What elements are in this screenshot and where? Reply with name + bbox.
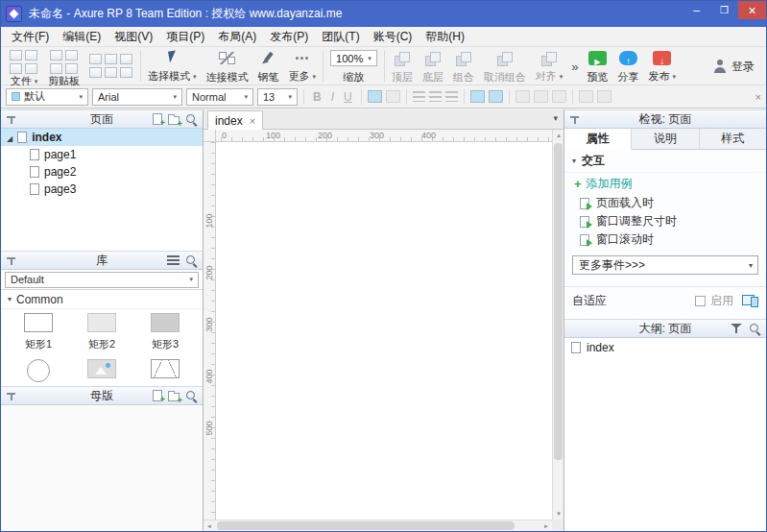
page-tree-item-page1[interactable]: page1 — [1, 146, 203, 163]
login-button[interactable]: 登录 — [713, 49, 762, 84]
arrow-style-icon[interactable] — [552, 90, 566, 103]
scroll-left-icon[interactable]: ◂ — [204, 520, 215, 532]
pin-icon[interactable] — [6, 114, 16, 125]
underline-button[interactable]: U — [341, 90, 355, 104]
add-master-icon[interactable] — [153, 390, 162, 401]
copy-icon[interactable] — [50, 63, 62, 74]
bring-to-front-button[interactable]: 顶层 — [387, 49, 418, 84]
outline-item-index[interactable]: index — [564, 338, 766, 356]
font-family-dropdown[interactable]: Arial — [92, 88, 182, 106]
horizontal-scrollbar[interactable]: ◂ ▸ — [204, 520, 552, 531]
menu-file[interactable]: 文件(F) — [5, 27, 56, 47]
page-tree-item-page3[interactable]: page3 — [1, 181, 203, 198]
scroll-right-icon[interactable]: ▸ — [540, 520, 552, 532]
pin-icon[interactable] — [6, 391, 16, 401]
widget-style-dropdown[interactable]: 默认 — [6, 88, 88, 106]
group-button[interactable]: 组合 — [448, 49, 479, 84]
search-icon[interactable] — [749, 323, 761, 335]
connect-mode-button[interactable]: 连接模式 — [202, 49, 253, 84]
design-canvas[interactable] — [216, 142, 552, 520]
print-icon[interactable] — [25, 63, 37, 74]
vertical-scrollbar[interactable]: ▴ ▾ — [552, 130, 563, 520]
widget-rectangle1[interactable]: 矩形1 — [7, 313, 70, 351]
line-width-icon[interactable] — [515, 90, 530, 103]
horizontal-scroll-thumb[interactable] — [217, 521, 515, 530]
widget-rectangle3[interactable]: 矩形3 — [133, 313, 197, 351]
search-icon[interactable] — [185, 390, 198, 402]
tab-style[interactable]: 样式 — [700, 129, 766, 149]
pin-icon[interactable] — [569, 114, 580, 125]
expand-arrow-icon[interactable] — [7, 131, 12, 144]
align-center-icon[interactable] — [429, 91, 442, 102]
library-dropdown[interactable]: Default — [5, 272, 199, 288]
menu-view[interactable]: 视图(V) — [108, 27, 159, 47]
file-group-label[interactable]: 文件 — [11, 75, 38, 87]
page-tree-item-page2[interactable]: page2 — [1, 163, 203, 181]
maximize-button[interactable] — [710, 1, 738, 19]
italic-button[interactable]: I — [328, 90, 337, 104]
ungroup-button[interactable]: 取消组合 — [479, 49, 531, 84]
align-button[interactable]: 对齐 — [531, 49, 568, 84]
tab-close-icon[interactable] — [250, 114, 255, 128]
tab-notes[interactable]: 说明 — [632, 129, 699, 149]
adaptive-devices-icon[interactable] — [742, 295, 758, 307]
border-visibility-icon[interactable] — [579, 90, 593, 103]
add-folder-icon[interactable] — [168, 116, 180, 125]
search-icon[interactable] — [185, 254, 198, 267]
font-weight-dropdown[interactable]: Normal — [186, 88, 253, 106]
tab-list-chevron-icon[interactable] — [553, 113, 558, 123]
guides-icon[interactable] — [120, 67, 132, 78]
adaptive-enable-checkbox[interactable] — [695, 296, 706, 306]
open-file-icon[interactable] — [25, 50, 37, 60]
library-menu-icon[interactable] — [167, 255, 180, 266]
send-to-back-button[interactable]: 底层 — [418, 49, 448, 84]
undo-icon[interactable] — [89, 54, 102, 64]
fill-color-swatch[interactable] — [470, 90, 485, 103]
more-tools-button[interactable]: 更多 — [284, 49, 322, 84]
canvas-tab-index[interactable]: index — [207, 110, 263, 130]
share-button[interactable]: 分享 — [612, 49, 643, 84]
new-file-icon[interactable] — [10, 50, 22, 60]
filter-icon[interactable] — [731, 323, 743, 334]
close-button[interactable] — [738, 1, 766, 19]
zoom-dropdown[interactable]: 100% — [330, 50, 377, 66]
bold-button[interactable]: B — [310, 90, 324, 104]
select-mode-button[interactable]: 选择模式 — [143, 49, 202, 84]
page-tree-item-index[interactable]: index — [1, 129, 203, 146]
menu-team[interactable]: 团队(T) — [315, 27, 366, 47]
vertical-scroll-thumb[interactable] — [554, 143, 563, 460]
menu-edit[interactable]: 编辑(E) — [56, 27, 108, 47]
align-left-icon[interactable] — [413, 91, 425, 102]
add-page-icon[interactable] — [153, 113, 162, 125]
menu-help[interactable]: 帮助(H) — [419, 27, 471, 47]
library-section-common[interactable]: Common — [1, 290, 203, 309]
redo-icon[interactable] — [105, 54, 117, 64]
scroll-down-icon[interactable]: ▾ — [553, 508, 564, 520]
widget-image[interactable] — [70, 359, 133, 382]
event-onwindowscroll[interactable]: 窗口滚动时 — [564, 230, 766, 249]
add-case-link[interactable]: 添加用例 — [564, 173, 766, 194]
event-onwindowresize[interactable]: 窗口调整尺寸时 — [564, 212, 766, 230]
menu-account[interactable]: 账号(C) — [367, 27, 419, 47]
save-icon[interactable] — [10, 63, 22, 74]
align-right-icon[interactable] — [445, 91, 458, 102]
line-style-icon[interactable] — [534, 90, 548, 103]
toolbar-overflow-chevron[interactable] — [567, 60, 582, 74]
find-icon[interactable] — [120, 54, 132, 64]
interactions-section-header[interactable]: 交互 — [564, 150, 766, 173]
clipboard-group-label[interactable]: 剪贴板 — [48, 75, 80, 86]
widget-placeholder[interactable] — [133, 359, 197, 382]
widget-ellipse[interactable] — [7, 359, 70, 382]
widget-rectangle2[interactable]: 矩形2 — [70, 313, 133, 351]
event-onpageload[interactable]: 页面载入时 — [564, 194, 766, 212]
highlight-color-icon[interactable] — [386, 90, 400, 103]
menu-arrange[interactable]: 布局(A) — [211, 27, 263, 47]
scroll-up-icon[interactable]: ▴ — [553, 130, 564, 141]
more-events-dropdown[interactable]: 更多事件>>> — [572, 255, 758, 275]
grid-icon[interactable] — [105, 67, 117, 78]
font-size-dropdown[interactable]: 13 — [257, 88, 298, 106]
paste-icon[interactable] — [50, 50, 62, 60]
preview-button[interactable]: 预览 — [582, 49, 612, 84]
format-painter-icon[interactable] — [65, 63, 78, 74]
add-folder-icon[interactable] — [168, 393, 180, 401]
